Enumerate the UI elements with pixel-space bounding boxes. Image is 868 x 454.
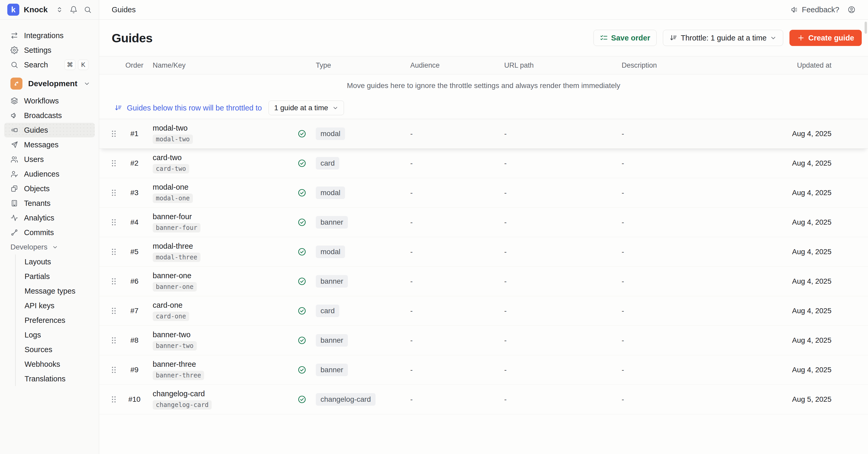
ignore-throttle-drop-zone[interactable]: Move guides here to ignore the throttle …: [99, 75, 868, 97]
checklist-icon: [600, 34, 608, 42]
guide-order: #10: [124, 395, 145, 404]
user-avatar-icon[interactable]: [848, 4, 856, 15]
drag-handle-icon[interactable]: [111, 159, 117, 167]
guide-name-cell: card-one card-one: [145, 301, 298, 321]
sidebar-item-logs[interactable]: Logs: [16, 328, 99, 342]
guide-name: card-one: [153, 301, 182, 310]
sidebar-item-partials[interactable]: Partials: [16, 269, 99, 284]
environment-switcher-development[interactable]: Development: [4, 76, 95, 91]
create-guide-button[interactable]: Create guide: [789, 30, 862, 46]
table-row[interactable]: #8 banner-two banner-two banner - - - Au…: [99, 326, 868, 355]
status-active-check-icon: [298, 129, 306, 138]
notifications-bell-icon[interactable]: [70, 6, 78, 13]
table-row[interactable]: #4 banner-four banner-four banner - - - …: [99, 208, 868, 237]
chevron-down-icon: [332, 105, 339, 111]
guide-audience: -: [403, 307, 497, 315]
guide-updated-at: Aug 4, 2025: [724, 248, 832, 256]
sidebar-item-commits[interactable]: Commits: [4, 225, 95, 240]
save-order-button[interactable]: Save order: [593, 30, 657, 46]
sidebar-item-api-keys[interactable]: API keys: [16, 298, 99, 313]
sidebar-item-search[interactable]: Search ⌘ K: [4, 57, 95, 72]
drag-handle-icon[interactable]: [111, 336, 117, 344]
app-window: k Knock Guides Feedback?: [0, 0, 868, 454]
workspace-switcher-area: k Knock: [0, 0, 99, 19]
throttle-dropdown-label: Throttle: 1 guide at a time: [681, 34, 767, 42]
sidebar-item-sources[interactable]: Sources: [16, 342, 99, 357]
sidebar-item-webhooks[interactable]: Webhooks: [16, 357, 99, 371]
table-row[interactable]: #6 banner-one banner-one banner - - - Au…: [99, 267, 868, 296]
knock-logo: k: [7, 4, 19, 16]
sidebar-item-settings[interactable]: Settings: [4, 43, 95, 57]
k-key-badge: K: [78, 60, 89, 70]
guide-name-cell: changelog-card changelog-card: [145, 390, 298, 409]
table-row[interactable]: #5 modal-three modal-three modal - - - A…: [99, 237, 868, 267]
workspace-switcher-unfold-icon[interactable]: [56, 6, 63, 13]
throttle-value-dropdown[interactable]: 1 guide at a time: [269, 101, 344, 115]
guide-order: #1: [124, 130, 145, 138]
drag-handle-icon[interactable]: [111, 189, 117, 197]
paper-plane-icon: [10, 141, 18, 149]
sidebar-item-guides[interactable]: Guides: [4, 123, 95, 137]
drag-handle-icon[interactable]: [111, 396, 117, 403]
drag-handle-icon[interactable]: [111, 277, 117, 285]
sidebar-item-users[interactable]: Users: [4, 152, 95, 167]
sidebar-item-layouts[interactable]: Layouts: [16, 254, 99, 269]
sidebar-item-label: Sources: [25, 345, 52, 354]
guide-key-badge: banner-one: [153, 282, 197, 291]
guide-url-path: -: [497, 395, 615, 404]
swap-arrows-icon: [10, 32, 18, 39]
table-row[interactable]: #10 changelog-card changelog-card change…: [99, 385, 868, 414]
guide-updated-at: Aug 5, 2025: [724, 395, 832, 404]
guide-type-badge: banner: [316, 334, 348, 347]
guide-audience: -: [403, 189, 497, 197]
drag-handle-icon[interactable]: [111, 218, 117, 226]
table-row[interactable]: #7 card-one card-one card - - - Aug 4, 2…: [99, 296, 868, 326]
table-row[interactable]: #2 card-two card-two card - - - Aug 4, 2…: [99, 149, 868, 178]
table-row[interactable]: #9 banner-three banner-three banner - - …: [99, 355, 868, 385]
top-bar: k Knock Guides Feedback?: [0, 0, 868, 20]
copy-pages-icon: [10, 185, 18, 193]
layers-icon: [10, 97, 18, 105]
sidebar-item-label: Users: [24, 155, 44, 164]
vertical-scrollbar-thumb[interactable]: [865, 22, 867, 34]
guide-description: -: [615, 366, 724, 374]
guide-audience: -: [403, 336, 497, 345]
guide-name-cell: banner-three banner-three: [145, 360, 298, 380]
sidebar-item-broadcasts[interactable]: Broadcasts: [4, 108, 95, 123]
status-active-check-icon: [298, 188, 306, 197]
guide-key-badge: banner-four: [153, 223, 200, 232]
guide-url-path: -: [497, 248, 615, 256]
drag-handle-icon[interactable]: [111, 248, 117, 256]
drag-handle-icon[interactable]: [111, 366, 117, 374]
guide-type-badge: banner: [316, 275, 348, 288]
guide-url-path: -: [497, 159, 615, 167]
guide-url-path: -: [497, 336, 615, 345]
sidebar-item-preferences[interactable]: Preferences: [16, 313, 99, 328]
sidebar-item-label: Workflows: [24, 97, 59, 105]
guide-key-badge: changelog-card: [153, 400, 212, 409]
column-header-description: Description: [615, 61, 724, 69]
guide-name: banner-one: [153, 272, 191, 280]
table-row[interactable]: #1 modal-two modal-two modal - - - Aug 4…: [99, 119, 868, 149]
breadcrumb[interactable]: Guides: [112, 5, 136, 14]
activity-pulse-icon: [10, 214, 18, 222]
sidebar-item-tenants[interactable]: Tenants: [4, 196, 95, 210]
sidebar-item-messages[interactable]: Messages: [4, 137, 95, 152]
developers-section-label: Developers: [10, 243, 48, 251]
developers-section-toggle[interactable]: Developers: [0, 240, 99, 254]
sidebar-item-integrations[interactable]: Integrations: [4, 28, 95, 43]
sidebar-item-message-types[interactable]: Message types: [16, 284, 99, 298]
throttle-dropdown-button[interactable]: Throttle: 1 guide at a time: [663, 30, 783, 46]
drag-handle-icon[interactable]: [111, 130, 117, 138]
sidebar-item-objects[interactable]: Objects: [4, 181, 95, 196]
feedback-button[interactable]: Feedback?: [791, 5, 840, 14]
sidebar-item-workflows[interactable]: Workflows: [4, 93, 95, 108]
sidebar-item-audiences[interactable]: Audiences: [4, 167, 95, 181]
drag-handle-icon[interactable]: [111, 307, 117, 315]
table-row[interactable]: #3 modal-one modal-one modal - - - Aug 4…: [99, 178, 868, 208]
sidebar-item-translations[interactable]: Translations: [16, 371, 99, 386]
search-icon[interactable]: [84, 6, 92, 13]
guide-description: -: [615, 277, 724, 285]
sidebar-item-analytics[interactable]: Analytics: [4, 210, 95, 225]
guide-name-cell: modal-one modal-one: [145, 183, 298, 203]
